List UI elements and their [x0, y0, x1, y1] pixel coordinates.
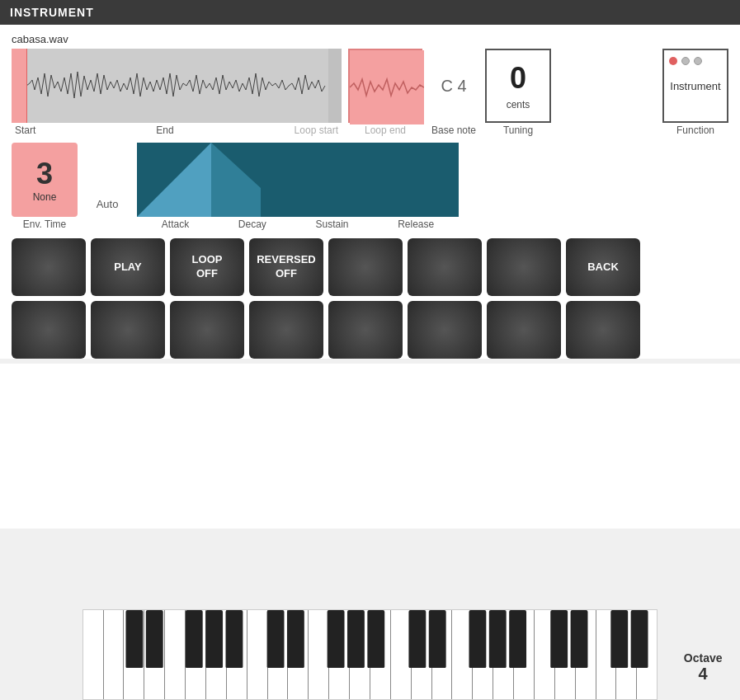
white-key[interactable]: [268, 610, 289, 699]
svg-rect-0: [12, 49, 342, 123]
base-note-container: C 4: [429, 49, 478, 123]
waveform-container: [12, 49, 342, 123]
white-key[interactable]: [391, 610, 412, 699]
tuning-value: 0: [510, 61, 526, 96]
svg-rect-3: [350, 50, 424, 124]
filename-label: cabasa.wav: [12, 33, 732, 45]
loop-waveform: [350, 50, 424, 124]
label-end: End: [156, 124, 173, 136]
function-box[interactable]: Instrument: [662, 49, 728, 123]
label-sustain: Sustain: [315, 218, 348, 230]
white-key[interactable]: [555, 610, 576, 699]
tuning-box[interactable]: 0 cents: [485, 49, 551, 123]
button-row-1: PLAYLOOP OFFREVERSED OFFBACK: [8, 238, 732, 296]
loop-end-display: [348, 49, 422, 123]
dot-active: [669, 57, 677, 65]
env-time-sublabel: None: [33, 191, 57, 203]
white-key[interactable]: [227, 610, 247, 699]
spacer: [0, 364, 740, 529]
pad-button-pad12[interactable]: [249, 301, 323, 359]
label-env-time: Env. Time: [23, 218, 66, 230]
app-title: INSTRUMENT: [10, 6, 94, 19]
env-time-box[interactable]: 3 None: [12, 143, 78, 217]
pad-button-pad15[interactable]: [487, 301, 561, 359]
pad-button-loop-off[interactable]: LOOP OFF: [170, 238, 244, 296]
app-header: INSTRUMENT: [0, 0, 740, 25]
white-key[interactable]: [596, 610, 617, 699]
white-key[interactable]: [165, 610, 186, 699]
label-loop-start: Loop start: [295, 124, 338, 136]
svg-marker-4: [137, 143, 211, 217]
auto-label: Auto: [82, 198, 132, 217]
white-key[interactable]: [186, 610, 206, 699]
pad-button-pad1[interactable]: [12, 238, 86, 296]
octave-info: Octave 4: [666, 651, 740, 684]
base-note-value: C 4: [441, 77, 466, 96]
dot-inactive-2: [694, 57, 702, 65]
white-key[interactable]: [493, 610, 514, 699]
white-key[interactable]: [412, 610, 432, 699]
start-marker[interactable]: [12, 49, 26, 123]
env-time-value: 3: [36, 157, 53, 191]
white-key[interactable]: [370, 610, 391, 699]
pad-button-pad9[interactable]: [12, 301, 86, 359]
instrument-area: cabasa.wav: [0, 25, 740, 359]
white-key[interactable]: [535, 610, 555, 699]
white-key[interactable]: [616, 610, 637, 699]
white-key[interactable]: [473, 610, 493, 699]
piano-keyboard[interactable]: [82, 609, 658, 700]
label-loop-end: Loop end: [365, 124, 406, 136]
pad-button-pad14[interactable]: [408, 301, 482, 359]
pad-button-play[interactable]: PLAY: [91, 238, 165, 296]
white-key[interactable]: [247, 610, 268, 699]
white-key[interactable]: [637, 610, 657, 699]
button-row-2: [8, 301, 732, 359]
white-key[interactable]: [432, 610, 453, 699]
white-key[interactable]: [329, 610, 350, 699]
label-release: Release: [398, 218, 434, 230]
tuning-unit: cents: [507, 99, 530, 110]
pad-button-pad11[interactable]: [170, 301, 244, 359]
white-key[interactable]: [144, 610, 165, 699]
pad-button-reversed-off[interactable]: REVERSED OFF: [249, 238, 323, 296]
white-key[interactable]: [452, 610, 473, 699]
white-key[interactable]: [83, 610, 104, 699]
label-function: Function: [676, 124, 714, 136]
adsr-svg: [137, 143, 459, 217]
white-key[interactable]: [576, 610, 596, 699]
white-keys: [83, 610, 658, 699]
label-tuning: Tuning: [503, 124, 533, 136]
white-key[interactable]: [514, 610, 535, 699]
white-key[interactable]: [309, 610, 329, 699]
label-start: Start: [15, 124, 35, 136]
white-key[interactable]: [104, 610, 125, 699]
octave-label: Octave: [666, 651, 740, 665]
adsr-display: [137, 143, 459, 217]
white-key[interactable]: [350, 610, 370, 699]
label-base-note: Base note: [431, 124, 476, 136]
label-attack: Attack: [162, 218, 189, 230]
white-key[interactable]: [124, 610, 144, 699]
function-label: Instrument: [670, 80, 720, 92]
end-marker[interactable]: [328, 49, 342, 123]
pad-button-pad13[interactable]: [328, 301, 403, 359]
pad-button-pad16[interactable]: [566, 301, 640, 359]
dot-inactive-1: [681, 57, 690, 65]
waveform-svg: [12, 49, 342, 123]
label-decay: Decay: [238, 218, 266, 230]
octave-value: 4: [666, 665, 740, 684]
white-key[interactable]: [206, 610, 227, 699]
pad-button-pad5[interactable]: [328, 238, 403, 296]
pad-button-back[interactable]: BACK: [566, 238, 640, 296]
pad-button-pad7[interactable]: [487, 238, 561, 296]
white-key[interactable]: [288, 610, 309, 699]
pad-button-pad6[interactable]: [408, 238, 482, 296]
pad-button-pad10[interactable]: [91, 301, 165, 359]
svg-marker-5: [211, 143, 261, 217]
piano-area: Octave 4: [0, 601, 740, 700]
